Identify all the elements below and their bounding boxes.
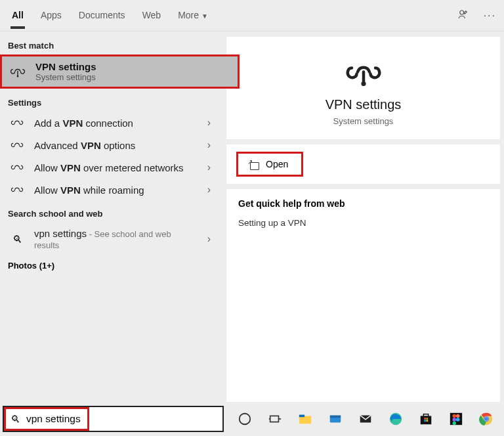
svg-point-1 (17, 76, 19, 77)
task-view-icon[interactable] (266, 410, 284, 428)
svg-rect-17 (424, 420, 426, 422)
open-button[interactable]: Open (238, 154, 301, 175)
chevron-right-icon: › (207, 139, 212, 151)
open-button-label: Open (266, 159, 288, 169)
photos-header[interactable]: Photos (1+) (0, 255, 221, 276)
tips-icon[interactable] (326, 410, 345, 428)
setting-vpn-roaming[interactable]: Allow VPN while roaming › (0, 179, 221, 201)
details-title: VPN settings (326, 97, 402, 112)
best-match-subtitle: System settings (35, 72, 96, 82)
svg-point-3 (240, 414, 251, 425)
help-header: Get quick help from web (238, 198, 488, 209)
search-web-item[interactable]: 🔍︎ vpn settings - See school and web res… (0, 223, 221, 255)
vpn-icon (9, 140, 25, 150)
tab-all[interactable]: All (10, 3, 25, 28)
svg-rect-16 (426, 418, 428, 420)
cortana-icon[interactable] (236, 410, 254, 428)
svg-rect-10 (330, 416, 341, 418)
chevron-right-icon: › (207, 117, 212, 129)
vpn-icon-large (344, 56, 383, 89)
search-icon: 🔍︎ (9, 234, 25, 245)
search-tabs: All Apps Documents Web More▼ (10, 3, 209, 28)
search-school-web-header: Search school and web (0, 205, 221, 223)
results-list: Best match VPN settings System settings … (0, 32, 221, 402)
details-card: VPN settings System settings (226, 37, 500, 139)
help-link-setup-vpn[interactable]: Setting up a VPN (238, 218, 488, 228)
svg-rect-15 (424, 418, 426, 420)
svg-point-23 (456, 418, 460, 422)
chevron-right-icon: › (207, 162, 212, 173)
open-icon (247, 160, 259, 169)
tab-documents[interactable]: Documents (77, 3, 127, 28)
svg-point-28 (484, 417, 488, 421)
chevron-right-icon: › (207, 184, 212, 196)
search-box[interactable]: 🔍︎ (3, 406, 224, 432)
svg-rect-4 (270, 416, 279, 422)
chrome-icon[interactable] (477, 410, 495, 428)
details-panel: VPN settings System settings Open Get qu… (221, 32, 504, 402)
svg-rect-8 (299, 415, 304, 418)
tab-web[interactable]: Web (141, 3, 163, 28)
mail-icon[interactable] (356, 410, 375, 428)
search-header: All Apps Documents Web More▼ ··· (0, 0, 504, 32)
taskbar-row: 🔍︎ (0, 402, 504, 436)
chevron-down-icon: ▼ (201, 12, 208, 20)
details-actions: Open (226, 144, 500, 184)
svg-point-21 (456, 414, 460, 418)
settings-header: Settings (0, 94, 221, 112)
feedback-icon[interactable] (457, 9, 469, 23)
svg-point-20 (453, 414, 457, 418)
details-subtitle: System settings (333, 116, 394, 126)
tab-apps[interactable]: Apps (39, 3, 63, 28)
edge-icon[interactable] (387, 410, 405, 428)
svg-rect-18 (426, 420, 428, 422)
vpn-icon (9, 118, 25, 128)
setting-add-vpn[interactable]: Add a VPN connection › (0, 112, 221, 134)
search-icon: 🔍︎ (4, 414, 26, 425)
taskbar (224, 406, 504, 432)
help-card: Get quick help from web Setting up a VPN (226, 189, 500, 402)
more-options-icon[interactable]: ··· (484, 10, 496, 22)
svg-point-0 (459, 11, 463, 14)
vpn-icon (9, 185, 25, 195)
figma-icon[interactable] (447, 410, 465, 428)
search-input[interactable] (26, 413, 222, 425)
best-match-item[interactable]: VPN settings System settings (0, 54, 240, 89)
svg-point-2 (361, 81, 366, 86)
vpn-icon (9, 162, 25, 173)
svg-point-24 (453, 422, 457, 425)
store-icon[interactable] (417, 410, 435, 428)
best-match-header: Best match (0, 37, 221, 54)
tab-more[interactable]: More▼ (177, 3, 209, 28)
setting-advanced-vpn[interactable]: Advanced VPN options › (0, 134, 221, 156)
file-explorer-icon[interactable] (296, 410, 314, 428)
vpn-icon (9, 64, 26, 79)
setting-vpn-metered[interactable]: Allow VPN over metered networks › (0, 156, 221, 179)
best-match-title: VPN settings (35, 61, 96, 72)
svg-rect-14 (423, 414, 428, 417)
chevron-right-icon: › (207, 233, 212, 245)
svg-point-22 (453, 418, 457, 422)
